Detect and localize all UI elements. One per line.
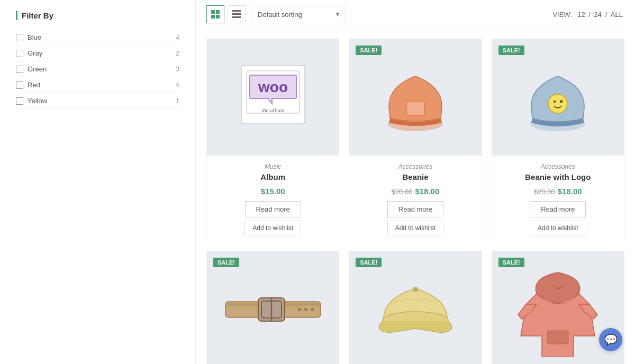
product-price: $15.00: [214, 187, 331, 196]
svg-point-26: [413, 287, 418, 292]
product-image-album: woo the album: [207, 39, 339, 156]
filter-item-label: Gray: [28, 49, 42, 57]
filter-title: Filter By: [16, 11, 179, 20]
svg-point-14: [548, 94, 567, 113]
product-price: $20.00$18.00: [500, 187, 616, 196]
product-name: Beanie with Logo: [500, 172, 616, 181]
filter-checkbox[interactable]: [16, 66, 23, 73]
svg-point-23: [304, 308, 307, 311]
add-to-wishlist-button[interactable]: Add to wishlist: [244, 221, 301, 235]
svg-point-22: [298, 308, 301, 311]
filter-item-count: 3: [176, 66, 179, 73]
filter-item-count: 2: [176, 50, 179, 57]
svg-rect-1: [216, 10, 220, 14]
product-category: Accessories: [500, 163, 616, 170]
svg-text:woo: woo: [258, 79, 288, 95]
sale-badge: SALE!: [356, 258, 382, 267]
chat-icon: 💬: [604, 333, 618, 346]
list-view-button[interactable]: [228, 5, 246, 23]
view-all-link[interactable]: ALL: [611, 11, 623, 19]
view-label: VIEW:: [552, 11, 572, 19]
sale-badge: SALE!: [356, 46, 382, 55]
filter-item: Blue 4: [16, 30, 179, 46]
chat-bubble[interactable]: 💬: [599, 328, 622, 351]
svg-rect-12: [406, 102, 424, 115]
product-image-beanie-logo: SALE!: [492, 39, 624, 156]
read-more-button[interactable]: Read more: [387, 201, 443, 217]
read-more-button[interactable]: Read more: [530, 201, 586, 217]
svg-point-24: [311, 308, 314, 311]
read-more-button[interactable]: Read more: [245, 201, 301, 217]
product-name: Beanie: [357, 172, 474, 181]
filter-bar-accent: [16, 11, 17, 20]
product-info-album: Music Album $15.00 Read more Add to wish…: [207, 156, 339, 241]
price-current: $15.00: [261, 187, 285, 196]
filter-item-label: Blue: [28, 33, 41, 41]
svg-rect-4: [232, 10, 241, 12]
product-info-beanie-logo: Accessories Beanie with Logo $20.00$18.0…: [492, 156, 624, 241]
filter-items: Blue 4 Gray 2 Green 3 Red 4 Yellow 1: [16, 30, 179, 109]
view-count: VIEW: 12 / 24 / ALL: [552, 11, 624, 19]
price-current: $18.00: [558, 187, 582, 196]
filter-checkbox[interactable]: [16, 50, 23, 57]
main-content: Default sortingSort by popularitySort by…: [196, 0, 635, 364]
filter-item-label: Green: [28, 65, 47, 73]
product-category: Music: [214, 163, 331, 170]
filter-checkbox[interactable]: [16, 34, 23, 41]
svg-point-15: [554, 101, 556, 103]
filter-item-label: Yellow: [28, 97, 47, 105]
svg-rect-27: [547, 331, 568, 344]
filter-item-count: 4: [176, 81, 179, 89]
price-old: $20.00: [392, 188, 413, 196]
price-old: $20.00: [534, 188, 555, 196]
svg-rect-5: [232, 13, 241, 15]
filter-by-label: Filter By: [22, 11, 53, 20]
product-card-cap: SALE! Accessories Cap $18.00$16.00 Read …: [349, 251, 482, 364]
sale-badge: SALE!: [498, 46, 524, 55]
add-to-wishlist-button[interactable]: Add to wishlist: [530, 221, 586, 235]
product-card-beanie: SALE! Accessories Beanie $20.00$18.00 Re…: [349, 39, 482, 241]
product-name: Album: [214, 172, 331, 181]
sale-badge: SALE!: [498, 258, 524, 267]
add-to-wishlist-button[interactable]: Add to wishlist: [387, 221, 444, 235]
view-12-link[interactable]: 12: [577, 11, 585, 19]
svg-rect-6: [232, 16, 241, 18]
svg-rect-0: [211, 10, 215, 14]
product-image-belt: SALE!: [207, 251, 339, 364]
product-card-belt: SALE! Accessories Belt $65.00$55.00 Read…: [206, 251, 339, 364]
sidebar: Filter By Blue 4 Gray 2 Green 3 Red 4 Ye…: [0, 0, 196, 364]
toolbar: Default sortingSort by popularitySort by…: [206, 5, 624, 29]
filter-item: Yellow 1: [16, 93, 179, 109]
svg-text:the album: the album: [261, 107, 285, 113]
product-price: $20.00$18.00: [357, 187, 474, 196]
filter-item-label: Red: [28, 81, 40, 89]
sale-badge: SALE!: [213, 258, 239, 267]
product-grid: woo the album Music Album $15.00 Read mo…: [206, 39, 624, 364]
sort-select-wrap[interactable]: Default sortingSort by popularitySort by…: [251, 6, 346, 23]
product-category: Accessories: [357, 163, 474, 170]
product-card-beanie-logo: SALE! Accessories Beanie with Logo $20.0…: [492, 39, 624, 241]
filter-item: Green 3: [16, 61, 179, 77]
product-info-beanie: Accessories Beanie $20.00$18.00 Read mor…: [349, 156, 481, 241]
svg-rect-2: [211, 15, 215, 19]
filter-item-count: 1: [176, 97, 179, 105]
filter-item-count: 4: [176, 34, 179, 41]
filter-checkbox[interactable]: [16, 81, 23, 89]
sort-select[interactable]: Default sortingSort by popularitySort by…: [251, 6, 346, 23]
view-24-link[interactable]: 24: [594, 11, 602, 19]
filter-item: Red 4: [16, 77, 179, 93]
product-image-cap: SALE!: [349, 251, 481, 364]
svg-point-16: [560, 101, 562, 103]
svg-rect-3: [216, 15, 220, 19]
product-image-beanie: SALE!: [349, 39, 481, 156]
filter-item: Gray 2: [16, 46, 179, 61]
view-icons: [206, 5, 246, 23]
price-current: $18.00: [415, 187, 439, 196]
filter-checkbox[interactable]: [16, 97, 23, 105]
grid-view-button[interactable]: [206, 5, 224, 23]
product-card-album: woo the album Music Album $15.00 Read mo…: [206, 39, 339, 241]
